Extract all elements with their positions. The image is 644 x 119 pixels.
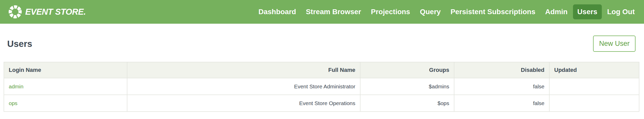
new-user-button[interactable]: New User: [593, 36, 636, 52]
table-row-ops: ops Event Store Operations $ops false: [4, 95, 639, 112]
nav-item-log-out[interactable]: Log Out: [603, 4, 639, 19]
brand-name: EVENT STORE.: [25, 7, 86, 17]
event-store-logo-icon: [8, 4, 23, 19]
cell-disabled: false: [454, 95, 549, 112]
top-navbar: EVENT STORE. Dashboard Stream Browser Pr…: [0, 0, 644, 24]
header-row: Login Name Full Name Groups Disabled Upd…: [4, 62, 639, 78]
user-link-ops[interactable]: ops: [9, 100, 17, 106]
cell-full-name: Event Store Administrator: [127, 78, 360, 95]
cell-updated: [549, 78, 639, 95]
cell-full-name: Event Store Operations: [127, 95, 360, 112]
users-table-head: Login Name Full Name Groups Disabled Upd…: [4, 62, 639, 78]
users-table-body: admin Event Store Administrator $admins …: [4, 78, 639, 112]
main-nav: Dashboard Stream Browser Projections Que…: [254, 4, 639, 19]
column-header-login-name: Login Name: [4, 62, 127, 78]
column-header-groups: Groups: [360, 62, 454, 78]
cell-login-name: admin: [4, 78, 127, 95]
cell-updated: [549, 95, 639, 112]
cell-login-name: ops: [4, 95, 127, 112]
nav-item-projections[interactable]: Projections: [366, 4, 414, 19]
column-header-full-name: Full Name: [127, 62, 360, 78]
cell-disabled: false: [454, 78, 549, 95]
nav-item-dashboard[interactable]: Dashboard: [254, 4, 300, 19]
column-header-disabled: Disabled: [454, 62, 549, 78]
cell-groups: $admins: [360, 78, 454, 95]
users-table-container: Login Name Full Name Groups Disabled Upd…: [4, 62, 639, 112]
users-page: EVENT STORE. Dashboard Stream Browser Pr…: [0, 0, 644, 119]
page-title: Users: [7, 39, 32, 49]
nav-item-admin[interactable]: Admin: [541, 4, 572, 19]
table-row-admin: admin Event Store Administrator $admins …: [4, 78, 639, 95]
users-table: Login Name Full Name Groups Disabled Upd…: [4, 62, 639, 112]
user-link-admin[interactable]: admin: [9, 83, 23, 89]
event-store-brand[interactable]: EVENT STORE.: [8, 4, 86, 19]
nav-item-users[interactable]: Users: [573, 4, 602, 19]
cell-groups: $ops: [360, 95, 454, 112]
page-header: Users New User: [0, 36, 644, 52]
column-header-updated: Updated: [549, 62, 639, 78]
nav-item-persistent-subscriptions[interactable]: Persistent Subscriptions: [446, 4, 540, 19]
nav-item-stream-browser[interactable]: Stream Browser: [302, 4, 366, 19]
nav-item-query[interactable]: Query: [416, 4, 445, 19]
